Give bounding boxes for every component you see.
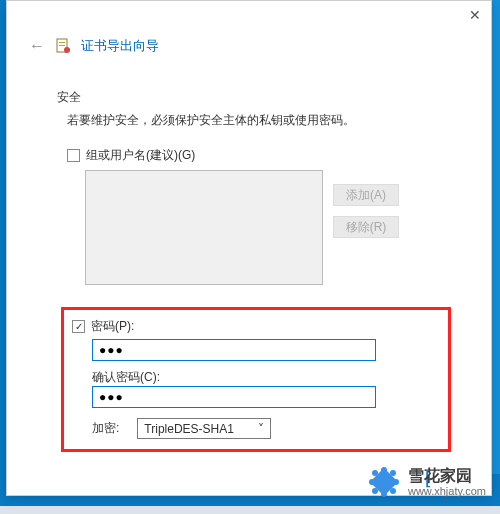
password-field-wrap — [72, 339, 434, 361]
group-users-checkbox[interactable] — [67, 149, 80, 162]
back-icon[interactable]: ← — [29, 37, 45, 55]
password-checkbox[interactable]: ✓ — [72, 320, 85, 333]
remove-button: 移除(R) — [333, 216, 399, 238]
wizard-window: ✕ ← 证书导出向导 安全 若要维护安全，必须保护安全主体的私钥或使用密码。 组… — [6, 0, 492, 496]
security-heading: 安全 — [57, 89, 451, 106]
confirm-password-label: 确认密码(C): — [92, 369, 434, 386]
titlebar: ✕ — [7, 1, 491, 33]
security-description: 若要维护安全，必须保护安全主体的私钥或使用密码。 — [67, 112, 451, 129]
svg-point-3 — [64, 47, 70, 53]
wizard-title: 证书导出向导 — [81, 37, 159, 55]
wizard-content: 安全 若要维护安全，必须保护安全主体的私钥或使用密码。 组或用户名(建议)(G)… — [7, 65, 491, 462]
taskbar-sliver — [0, 506, 500, 514]
watermark-url: www.xhjaty.com — [408, 485, 486, 497]
watermark-name: 雪花家园 — [408, 467, 486, 485]
add-button: 添加(A) — [333, 184, 399, 206]
annotation-highlight: ✓ 密码(P): 确认密码(C): 加密: TripleDES-SHA1 ˅ — [61, 307, 451, 452]
group-users-listbox — [85, 170, 323, 285]
confirm-password-input[interactable] — [92, 386, 376, 408]
group-users-option[interactable]: 组或用户名(建议)(G) — [67, 147, 451, 164]
group-users-buttons: 添加(A) 移除(R) — [333, 170, 399, 285]
desktop-right-strip — [492, 0, 500, 474]
encryption-selected-value: TripleDES-SHA1 — [144, 422, 234, 436]
chevron-down-icon: ˅ — [258, 422, 264, 436]
confirm-password-field-wrap — [72, 386, 434, 408]
password-input[interactable] — [92, 339, 376, 361]
svg-rect-1 — [59, 42, 65, 43]
certificate-icon — [55, 38, 71, 54]
close-icon[interactable]: ✕ — [469, 7, 481, 23]
encryption-row: 加密: TripleDES-SHA1 ˅ — [92, 418, 434, 439]
group-users-label: 组或用户名(建议)(G) — [86, 147, 195, 164]
encryption-select[interactable]: TripleDES-SHA1 ˅ — [137, 418, 271, 439]
snowflake-icon — [366, 464, 402, 500]
encryption-label: 加密: — [92, 420, 119, 437]
password-label: 密码(P): — [91, 318, 134, 335]
group-users-area: 添加(A) 移除(R) — [85, 170, 451, 285]
svg-rect-2 — [59, 45, 65, 46]
watermark: 雪花家园 www.xhjaty.com — [366, 464, 486, 500]
password-option[interactable]: ✓ 密码(P): — [72, 318, 434, 335]
wizard-header: ← 证书导出向导 — [7, 33, 491, 65]
